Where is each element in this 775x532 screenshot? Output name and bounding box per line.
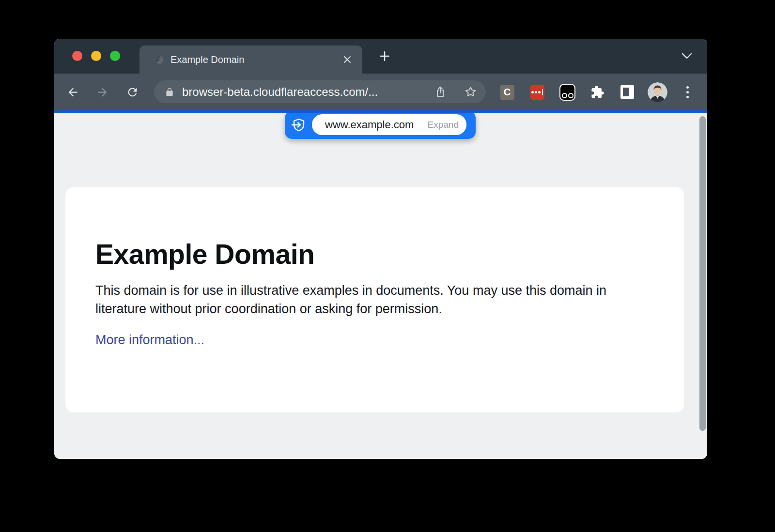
isolation-pill[interactable]: www.example.com Expand	[285, 113, 476, 139]
extensions-puzzle-button[interactable]	[582, 74, 612, 110]
avatar	[648, 82, 667, 102]
address-bar[interactable]: browser-beta.cloudflareaccess.com/...	[154, 80, 486, 103]
forward-arrow-icon	[96, 86, 109, 99]
isolation-domain-chip: www.example.com Expand	[312, 114, 466, 135]
binoculars-icon	[559, 84, 575, 101]
zoom-window-button[interactable]	[110, 51, 120, 61]
back-button[interactable]	[66, 85, 79, 99]
share-button[interactable]	[434, 85, 447, 99]
expand-button[interactable]: Expand	[428, 120, 459, 130]
tab-title: Example Domain	[170, 54, 342, 65]
extension-lastpass-button[interactable]	[522, 74, 552, 110]
bookmark-star-button[interactable]	[464, 85, 477, 99]
scrollbar-thumb[interactable]	[699, 116, 706, 431]
profile-avatar-button[interactable]	[642, 74, 672, 110]
back-arrow-icon	[66, 86, 79, 99]
url-text: browser-beta.cloudflareaccess.com/...	[182, 85, 434, 99]
cloudflare-shield-icon	[291, 118, 306, 133]
star-icon	[464, 85, 477, 98]
content-card: Example Domain This domain is for use in…	[65, 187, 684, 412]
extension-c-button[interactable]: C	[492, 74, 522, 110]
tab-close-icon[interactable]	[342, 54, 353, 65]
tab-strip: Example Domain	[54, 39, 707, 74]
chevron-down-icon	[682, 53, 692, 60]
forward-button[interactable]	[95, 85, 109, 99]
window-controls	[72, 51, 120, 61]
isolated-domain-text: www.example.com	[325, 119, 428, 131]
browser-window: Example Domain	[54, 39, 707, 459]
reload-icon	[126, 86, 139, 99]
lastpass-icon	[530, 85, 544, 100]
page-viewport: www.example.com Expand Example Domain Th…	[54, 113, 707, 459]
new-tab-button[interactable]	[376, 39, 393, 74]
close-window-button[interactable]	[72, 51, 82, 61]
reload-button[interactable]	[125, 85, 139, 99]
extension-binoculars-button[interactable]	[552, 74, 582, 110]
more-information-link[interactable]: More information...	[95, 333, 204, 348]
extension-row: C	[492, 74, 702, 110]
page-paragraph: This domain is for use in illustrative e…	[95, 281, 652, 318]
toolbar: browser-beta.cloudflareaccess.com/... C	[54, 74, 707, 110]
lock-icon[interactable]	[165, 87, 174, 97]
share-icon	[434, 85, 447, 98]
three-dot-menu-icon	[686, 86, 689, 98]
globe-icon	[154, 55, 164, 65]
minimize-window-button[interactable]	[91, 51, 101, 61]
tab-search-button[interactable]	[680, 39, 694, 74]
plus-icon	[378, 50, 391, 62]
browser-menu-button[interactable]	[672, 74, 702, 110]
tab-example-domain[interactable]: Example Domain	[140, 46, 362, 74]
side-panel-icon	[620, 85, 634, 99]
page-title: Example Domain	[95, 240, 650, 269]
side-panel-button[interactable]	[612, 74, 642, 110]
c-extension-icon: C	[500, 85, 514, 100]
puzzle-icon	[590, 85, 604, 99]
